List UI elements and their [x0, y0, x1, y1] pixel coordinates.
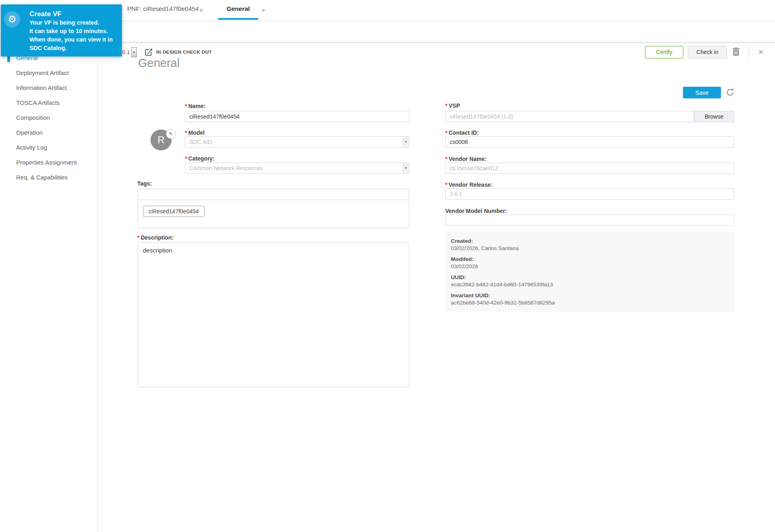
- left-sidebar: General Deployment Artifact Information …: [0, 42, 98, 532]
- sidebar-item-composition[interactable]: Composition: [0, 110, 98, 125]
- browse-button[interactable]: Browse: [694, 111, 734, 122]
- meta-created: Created: 03/02/2026, Carlos Santana: [451, 238, 729, 252]
- required-asterisk: *: [185, 155, 187, 162]
- sidebar-menu: General Deployment Artifact Information …: [0, 50, 98, 185]
- vendor-name-label: *Vendor Name:: [445, 156, 487, 162]
- meta-modified: Modifed: 03/02/2026: [451, 256, 729, 270]
- sidebar-item-properties-assignment[interactable]: Properties Assignment: [0, 155, 98, 170]
- sidebar-item-information-artifact[interactable]: Information Artifact: [0, 80, 98, 95]
- tags-label: Tags:: [137, 180, 152, 187]
- save-button[interactable]: Save: [683, 87, 721, 98]
- vendor-name-input: [445, 163, 734, 174]
- certify-button[interactable]: Certify: [645, 46, 683, 58]
- contact-id-input[interactable]: [445, 136, 734, 148]
- refresh-button[interactable]: [725, 88, 735, 98]
- toast-line: When done, you can view it in: [29, 36, 113, 43]
- model-select: SDC AID ▾: [185, 136, 409, 148]
- category-label: *Category:: [185, 155, 215, 162]
- toast-title: Create VF: [29, 10, 61, 18]
- page-title: General: [138, 56, 180, 70]
- close-icon[interactable]: ✕: [758, 48, 764, 56]
- sidebar-item-tosca-artifacts[interactable]: TOSCA Artifacts: [0, 95, 98, 110]
- toast-line: It can take up to 10 minutes.: [29, 28, 108, 34]
- delete-button[interactable]: [732, 47, 740, 58]
- sidebar-item-deployment-artifact[interactable]: Deployment Artifact: [0, 65, 98, 80]
- name-label: *Name:: [185, 103, 205, 109]
- vendor-release-input: [445, 188, 734, 200]
- tab-general[interactable]: General: [218, 5, 258, 13]
- checkout-pencil-icon: [145, 48, 153, 56]
- gear-icon: ⚙: [4, 11, 20, 27]
- required-asterisk: *: [445, 156, 447, 162]
- vsp-input: [445, 111, 694, 122]
- vendor-model-number-input[interactable]: [445, 215, 734, 226]
- sidebar-item-req-capabilities[interactable]: Req. & Capabilities: [0, 170, 98, 185]
- meta-uuid: UUID: ecdc3942-b482-41d4-bd60-14796539fa…: [451, 274, 729, 288]
- chevron-down-icon: ▾: [403, 163, 408, 173]
- vendor-release-label: *Vendor Release:: [445, 182, 492, 188]
- contact-id-label: *Contact ID:: [445, 129, 479, 136]
- caret-right-icon: ▶: [200, 8, 203, 12]
- description-label: *Description:: [137, 234, 174, 241]
- required-asterisk: *: [137, 234, 139, 241]
- active-tab-underline: [218, 18, 258, 20]
- breadcrumb-pnf[interactable]: PNF: ciResed147f0e0454: [127, 5, 199, 13]
- tags-input[interactable]: [138, 189, 409, 200]
- trash-icon: [732, 47, 740, 56]
- metadata-panel: Created: 03/02/2026, Carlos Santana Modi…: [445, 233, 734, 312]
- toast-line: Your VF is being created.: [29, 19, 99, 26]
- tags-widget: ciResed147f0e0454: [138, 189, 409, 228]
- version-value: 0.1: [122, 49, 130, 55]
- required-asterisk: *: [185, 129, 187, 136]
- refresh-icon: [725, 88, 735, 97]
- tag-chip[interactable]: ciResed147f0e0454: [143, 206, 205, 217]
- name-input[interactable]: [185, 111, 409, 122]
- model-label: *Model: [185, 129, 205, 136]
- category-select: Common Network Resources ▾: [185, 163, 409, 174]
- caret-right-icon: ▶: [262, 8, 266, 12]
- version-select[interactable]: ▾: [131, 47, 137, 57]
- lifecycle-state-label: IN DESIGN CHECK OUT: [156, 50, 212, 54]
- sidebar-item-operation[interactable]: Operation: [0, 125, 98, 140]
- vendor-model-number-label: Vendor Model Number:: [445, 208, 507, 214]
- required-asterisk: *: [185, 103, 187, 109]
- edit-avatar-pencil-icon[interactable]: ✎: [166, 129, 176, 139]
- meta-invariant-uuid: Invariant UUID: ac62be68-540d-42e0-9b32-…: [451, 292, 729, 307]
- divider: [748, 47, 749, 58]
- vsp-label: *VSP: [445, 102, 460, 109]
- required-asterisk: *: [445, 182, 447, 188]
- toast-line: SDC Catalog.: [29, 45, 67, 51]
- sidebar-item-activity-log[interactable]: Activity Log: [0, 140, 98, 155]
- required-asterisk: *: [445, 102, 447, 109]
- description-textarea[interactable]: description: [138, 242, 409, 387]
- chevron-down-icon: ▾: [403, 137, 408, 147]
- check-in-button[interactable]: Check in: [688, 46, 727, 58]
- create-vf-toast: ⚙ Create VF Your VF is being created. It…: [1, 4, 122, 56]
- required-asterisk: *: [445, 129, 447, 136]
